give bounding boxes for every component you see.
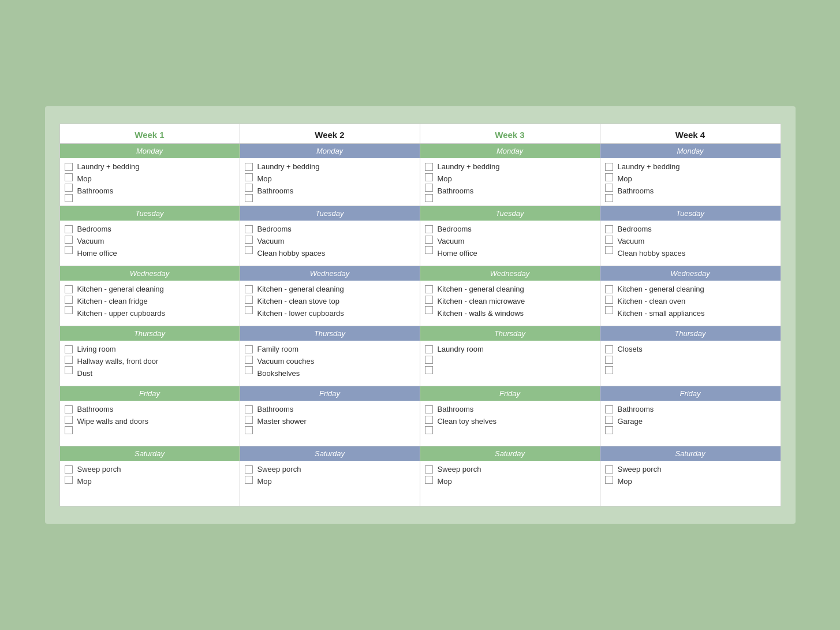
- checkbox-w2-d6-t2[interactable]: [245, 476, 253, 484]
- checkboxes-col-w4-d6: [605, 464, 615, 502]
- checkbox-w3-d6-t1[interactable]: [425, 465, 433, 474]
- checkbox-extra-w2-d5-e1[interactable]: [245, 426, 253, 434]
- checkbox-extra-w2-d1-e1[interactable]: [245, 194, 253, 202]
- task-item-w1-d5-t1: Bathrooms: [77, 404, 236, 415]
- checkbox-w3-d4-t1[interactable]: [425, 345, 433, 353]
- checkbox-w2-d3-t3[interactable]: [245, 306, 253, 314]
- checkbox-w2-d1-t2[interactable]: [245, 173, 253, 181]
- tasks-area-w1-d1: Laundry + beddingMopBathrooms: [60, 158, 240, 206]
- checkbox-w4-d1-t3[interactable]: [605, 184, 613, 192]
- checkbox-w2-d6-t1[interactable]: [245, 465, 253, 474]
- task-item-w3-d3-t2: Kitchen - clean microwave: [438, 296, 596, 307]
- tasks-area-w4-d4: Closets: [600, 341, 781, 386]
- checkbox-w1-d4-t3[interactable]: [65, 366, 73, 374]
- week-number-2: Week 2: [315, 130, 344, 140]
- day-header-w3-d1: Monday: [420, 144, 600, 158]
- checkbox-extra-w4-d4-e1[interactable]: [605, 356, 613, 364]
- checkbox-w4-d2-t1[interactable]: [605, 225, 613, 233]
- tasks-list-w3-d2: BedroomsVacuumHome office: [438, 224, 596, 262]
- checkbox-w1-d1-t1[interactable]: [65, 163, 73, 171]
- day-section-w1-d1: MondayLaundry + beddingMopBathrooms: [60, 144, 240, 206]
- checkbox-w1-d4-t1[interactable]: [65, 345, 73, 353]
- checkbox-w1-d2-t2[interactable]: [65, 236, 73, 244]
- checkbox-w2-d4-t3[interactable]: [245, 366, 253, 374]
- checkbox-w1-d6-t2[interactable]: [65, 476, 73, 484]
- checkbox-extra-w4-d4-e2[interactable]: [605, 366, 613, 374]
- checkbox-w2-d3-t2[interactable]: [245, 296, 253, 304]
- week-number-4: Week 4: [675, 130, 705, 140]
- checkbox-w4-d6-t2[interactable]: [605, 476, 613, 484]
- checkbox-w3-d5-t1[interactable]: [425, 405, 433, 413]
- checkbox-w4-d3-t2[interactable]: [605, 296, 613, 304]
- day-header-w2-d5: Friday: [240, 386, 420, 401]
- checkboxes-col-w4-d4: [605, 344, 615, 382]
- checkbox-w2-d2-t3[interactable]: [245, 246, 253, 254]
- checkbox-w3-d1-t3[interactable]: [425, 184, 433, 192]
- checkbox-w2-d1-t3[interactable]: [245, 184, 253, 192]
- checkbox-w4-d1-t2[interactable]: [605, 173, 613, 181]
- checkbox-w3-d1-t2[interactable]: [425, 173, 433, 181]
- day-section-w2-d1: MondayLaundry + beddingMopBathrooms: [240, 144, 420, 206]
- task-item-w3-d3-t1: Kitchen - general cleaning: [438, 284, 596, 295]
- day-header-w1-d5: Friday: [60, 386, 240, 401]
- checkbox-w2-d2-t2[interactable]: [245, 236, 253, 244]
- week-column-3: Week 3MondayLaundry + beddingMopBathroom…: [420, 124, 600, 506]
- checkbox-w1-d3-t1[interactable]: [65, 285, 73, 293]
- checkbox-w3-d3-t1[interactable]: [425, 285, 433, 293]
- checkbox-w3-d3-t3[interactable]: [425, 306, 433, 314]
- checkbox-w4-d4-t1[interactable]: [605, 345, 613, 353]
- tasks-area-w1-d6: Sweep porchMop: [60, 461, 240, 506]
- checkbox-w2-d5-t1[interactable]: [245, 405, 253, 413]
- checkbox-extra-w1-d1-e1[interactable]: [65, 194, 73, 202]
- checkbox-w1-d6-t1[interactable]: [65, 465, 73, 474]
- checkbox-w1-d3-t2[interactable]: [65, 296, 73, 304]
- checkbox-w3-d3-t2[interactable]: [425, 296, 433, 304]
- checkbox-w3-d2-t3[interactable]: [425, 246, 433, 254]
- checkbox-w1-d1-t2[interactable]: [65, 173, 73, 181]
- checkbox-extra-w3-d5-e1[interactable]: [425, 426, 433, 434]
- checkbox-extra-w1-d5-e1[interactable]: [65, 426, 73, 434]
- checkbox-w3-d5-t2[interactable]: [425, 416, 433, 424]
- day-header-w3-d5: Friday: [420, 386, 600, 401]
- checkbox-w4-d2-t3[interactable]: [605, 246, 613, 254]
- checkbox-w2-d4-t1[interactable]: [245, 345, 253, 353]
- tasks-area-w4-d6: Sweep porchMop: [600, 461, 781, 506]
- task-item-w1-d5-t2: Wipe walls and doors: [77, 416, 236, 427]
- checkbox-w4-d3-t3[interactable]: [605, 306, 613, 314]
- checkbox-w1-d2-t1[interactable]: [65, 225, 73, 233]
- tasks-list-w1-d6: Sweep porchMop: [77, 464, 236, 502]
- checkbox-w4-d1-t1[interactable]: [605, 163, 613, 171]
- checkbox-w2-d3-t1[interactable]: [245, 285, 253, 293]
- checkbox-w4-d6-t1[interactable]: [605, 465, 613, 474]
- checkbox-extra-w3-d4-e2[interactable]: [425, 366, 433, 374]
- checkbox-w1-d5-t1[interactable]: [65, 405, 73, 413]
- checkbox-w2-d4-t2[interactable]: [245, 356, 253, 364]
- checkbox-w2-d5-t2[interactable]: [245, 416, 253, 424]
- tasks-area-w1-d5: BathroomsWipe walls and doors: [60, 401, 240, 446]
- checkbox-w4-d3-t1[interactable]: [605, 285, 613, 293]
- checkbox-w1-d3-t3[interactable]: [65, 306, 73, 314]
- checkbox-w1-d2-t3[interactable]: [65, 246, 73, 254]
- checkbox-w2-d2-t1[interactable]: [245, 225, 253, 233]
- checkbox-w3-d6-t2[interactable]: [425, 476, 433, 484]
- checkbox-w4-d5-t1[interactable]: [605, 405, 613, 413]
- day-header-w1-d1: Monday: [60, 144, 240, 158]
- checkbox-w3-d1-t1[interactable]: [425, 163, 433, 171]
- tasks-area-w2-d4: Family roomVacuum couchesBookshelves: [240, 341, 420, 386]
- checkbox-extra-w3-d4-e1[interactable]: [425, 356, 433, 364]
- checkbox-w3-d2-t1[interactable]: [425, 225, 433, 233]
- checkbox-extra-w4-d1-e1[interactable]: [605, 194, 613, 202]
- tasks-list-w2-d4: Family roomVacuum couchesBookshelves: [257, 344, 416, 382]
- task-item-w3-d5-t2: Clean toy shelves: [438, 416, 596, 427]
- checkbox-w1-d4-t2[interactable]: [65, 356, 73, 364]
- task-item-w2-d6-t2: Mop: [257, 476, 416, 487]
- checkbox-extra-w3-d1-e1[interactable]: [425, 194, 433, 202]
- checkbox-w2-d1-t1[interactable]: [245, 163, 253, 171]
- checkbox-w4-d2-t2[interactable]: [605, 236, 613, 244]
- checkbox-w3-d2-t2[interactable]: [425, 236, 433, 244]
- checkbox-w1-d5-t2[interactable]: [65, 416, 73, 424]
- checkbox-extra-w4-d5-e1[interactable]: [605, 426, 613, 434]
- day-header-w4-d6: Saturday: [600, 446, 781, 461]
- checkbox-w1-d1-t3[interactable]: [65, 184, 73, 192]
- checkbox-w4-d5-t2[interactable]: [605, 416, 613, 424]
